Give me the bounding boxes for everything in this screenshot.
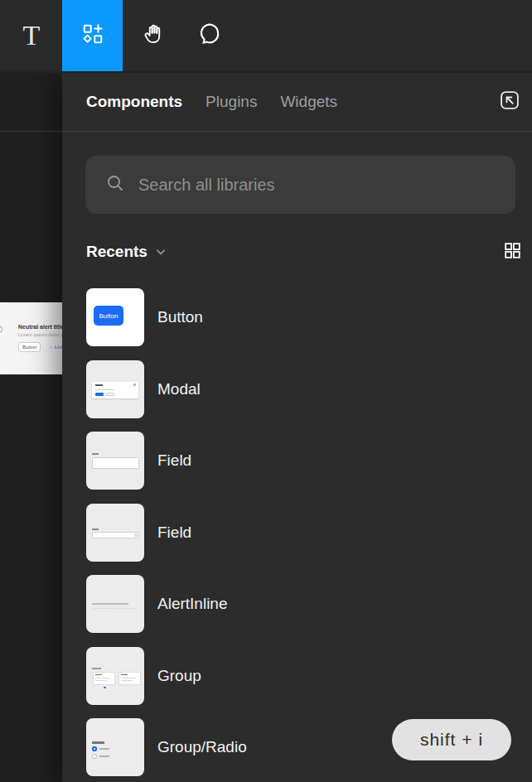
search-input[interactable] [138, 176, 501, 195]
list-item-field-1[interactable]: Field [86, 432, 532, 490]
component-thumbnail-alertinline [86, 575, 144, 633]
hand-tool-button[interactable] [131, 0, 177, 71]
item-label: Modal [157, 380, 201, 398]
tab-components[interactable]: Components [86, 93, 182, 111]
component-thumbnail-group-radio [86, 718, 144, 776]
item-label: Field [157, 451, 191, 470]
component-thumbnail-field [86, 504, 144, 562]
recents-section-header: Recents [86, 239, 524, 264]
thumb-modal-preview [92, 382, 138, 398]
search-bar[interactable] [85, 156, 515, 214]
canvas-frame-edge [0, 131, 62, 132]
item-label: Button [157, 308, 203, 326]
list-item-button[interactable]: Button Button [86, 288, 532, 346]
component-thumbnail-button: Button [86, 288, 144, 346]
alert-description: Lorem ipsum dolor amet conseq [18, 332, 62, 337]
recents-list: Button Button Modal Field Fie [86, 288, 532, 782]
keyboard-shortcut-badge: shift + i [392, 719, 511, 760]
top-toolbar: T [0, 0, 532, 73]
recents-dropdown[interactable]: Recents [86, 243, 167, 261]
components-tool-button-active[interactable] [62, 0, 123, 71]
component-thumbnail-modal [86, 360, 144, 418]
arrow-up-left-icon [498, 89, 521, 115]
item-label: Group [157, 667, 201, 685]
grid-view-toggle[interactable] [501, 240, 524, 263]
component-thumbnail-group [86, 647, 144, 705]
list-item-alertinline[interactable]: AlertInline [86, 575, 532, 633]
text-tool-icon: T [23, 20, 41, 51]
canvas-area[interactable]: Neutral alert title Lorem ipsum dolor am… [0, 73, 62, 782]
panel-tabs: Components Plugins Widgets [62, 73, 532, 131]
alert-title: Neutral alert title [18, 324, 62, 330]
thumb-input-preview [92, 457, 139, 469]
tabs-divider [62, 131, 532, 132]
insert-components-panel: Components Plugins Widgets Recents [62, 73, 532, 782]
chevron-down-icon [155, 244, 167, 261]
component-thumbnail-field [86, 432, 144, 490]
tab-plugins[interactable]: Plugins [206, 93, 257, 111]
alert-button: Button [18, 342, 41, 352]
grid-icon [502, 240, 523, 264]
alert-info-icon [0, 326, 2, 333]
radio-unselected-icon [92, 754, 97, 759]
thumb-input-preview [92, 532, 139, 538]
list-item-modal[interactable]: Modal [86, 360, 532, 418]
hand-icon [142, 22, 167, 50]
alert-link: → Link text [48, 345, 62, 350]
search-icon [105, 173, 125, 196]
item-label: Field [157, 524, 191, 542]
text-tool-button[interactable]: T [8, 0, 55, 71]
comment-icon [197, 22, 222, 50]
item-label: Group/Radio [157, 738, 247, 756]
section-title: Recents [86, 243, 148, 261]
open-as-window-button[interactable] [497, 89, 522, 114]
canvas-alert-component[interactable]: Neutral alert title Lorem ipsum dolor am… [0, 302, 62, 374]
components-icon [80, 22, 105, 50]
list-item-group[interactable]: Group [86, 647, 532, 705]
item-label: AlertInline [157, 595, 228, 613]
list-item-field-2[interactable]: Field [86, 504, 532, 562]
thumb-button-preview: Button [94, 306, 123, 326]
radio-selected-icon [92, 746, 97, 751]
comment-tool-button[interactable] [186, 0, 234, 71]
tab-widgets[interactable]: Widgets [280, 93, 337, 111]
